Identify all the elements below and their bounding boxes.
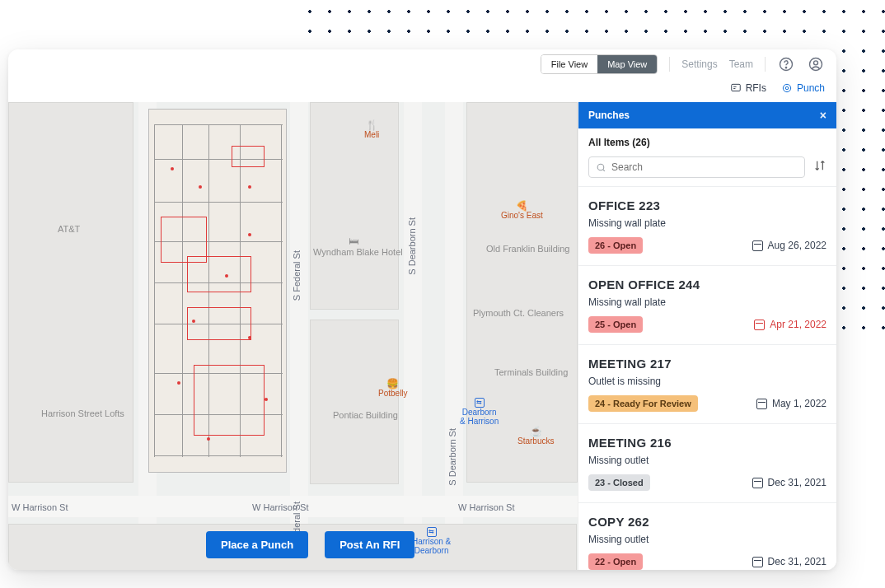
map-label-pontiac: Pontiac Building bbox=[333, 410, 398, 420]
punch-label: Punch bbox=[797, 82, 825, 94]
punch-title: MEETING 216 bbox=[588, 436, 826, 450]
map-label-terminals: Terminals Building bbox=[494, 367, 568, 377]
status-badge: 25 - Open bbox=[588, 316, 643, 333]
poi-label: Potbelly bbox=[378, 389, 408, 398]
close-icon[interactable]: × bbox=[820, 109, 826, 122]
help-icon[interactable] bbox=[777, 55, 795, 73]
map-label-plymouth: Plymouth Ct. Cleaners bbox=[473, 308, 564, 318]
punch-item[interactable]: OFFICE 223Missing wall plate26 - OpenAug… bbox=[578, 186, 836, 265]
street-label: W Harrison St bbox=[12, 502, 68, 512]
punch-title: COPY 262 bbox=[588, 515, 826, 529]
rfis-tab[interactable]: RFIs bbox=[730, 82, 766, 94]
file-view-tab[interactable]: File View bbox=[541, 55, 597, 73]
punches-panel: Punches × All Items (26) OFFICE 223Missi… bbox=[578, 102, 836, 570]
panel-header: Punches × bbox=[578, 102, 836, 128]
street-label: S Dearborn St bbox=[407, 217, 417, 275]
street-label: S Federal St bbox=[292, 250, 302, 301]
calendar-icon bbox=[752, 557, 763, 567]
status-badge: 24 - Ready For Review bbox=[588, 395, 698, 412]
poi-label: Meli bbox=[364, 130, 379, 139]
calendar-icon bbox=[754, 320, 765, 330]
calendar-icon bbox=[752, 478, 763, 488]
poi-potbelly: 🍔Potbelly bbox=[378, 379, 408, 398]
divider bbox=[669, 57, 670, 72]
poi-meli: 🍴Meli bbox=[364, 120, 379, 139]
poi-starbucks: ☕Starbucks bbox=[517, 427, 554, 446]
search-icon bbox=[596, 162, 606, 173]
punch-meta-row: 23 - ClosedDec 31, 2021 bbox=[588, 474, 826, 491]
map-block bbox=[310, 102, 399, 310]
transit-label: Harrison & Dearborn bbox=[412, 537, 451, 555]
punch-title: MEETING 217 bbox=[588, 357, 826, 371]
punch-title: OPEN OFFICE 244 bbox=[588, 278, 826, 292]
punch-tab[interactable]: Punch bbox=[781, 82, 825, 94]
status-badge: 26 - Open bbox=[588, 237, 643, 254]
top-toolbar: File View Map View Settings Team bbox=[8, 49, 836, 79]
map-label-att: AT&T bbox=[58, 224, 80, 234]
svg-point-7 bbox=[597, 164, 604, 170]
punch-desc: Missing wall plate bbox=[588, 296, 826, 308]
poi-ginos: 🍕Gino's East bbox=[501, 201, 543, 220]
view-toggle: File View Map View bbox=[541, 54, 658, 74]
svg-point-2 bbox=[810, 58, 822, 71]
svg-point-1 bbox=[785, 68, 786, 68]
map-canvas[interactable]: S Federal St S Federal St S Dearborn St … bbox=[8, 102, 578, 570]
app-window: File View Map View Settings Team RFIs Pu… bbox=[8, 49, 836, 570]
punch-title: OFFICE 223 bbox=[588, 198, 826, 212]
punch-date: Dec 31, 2021 bbox=[752, 477, 826, 488]
punch-item[interactable]: MEETING 216Missing outlet23 - ClosedDec … bbox=[578, 423, 836, 502]
punch-meta-row: 22 - OpenDec 31, 2021 bbox=[588, 553, 826, 570]
punch-meta-row: 26 - OpenAug 26, 2022 bbox=[588, 237, 826, 254]
punch-desc: Missing wall plate bbox=[588, 217, 826, 229]
transit-dearborn-harrison: ⇆ Dearborn & Harrison bbox=[460, 397, 499, 426]
post-rfi-button[interactable]: Post An RFI bbox=[325, 531, 414, 558]
status-badge: 22 - Open bbox=[588, 553, 643, 570]
svg-point-6 bbox=[785, 86, 789, 90]
settings-link[interactable]: Settings bbox=[681, 58, 717, 70]
poi-label: Starbucks bbox=[517, 436, 554, 446]
team-link[interactable]: Team bbox=[729, 58, 753, 70]
map-action-bar: Place a Punch Post An RFI bbox=[206, 531, 414, 558]
transit-harrison-dearborn: ⇆ Harrison & Dearborn bbox=[412, 526, 451, 555]
calendar-icon bbox=[756, 399, 767, 409]
search-field-wrap bbox=[588, 156, 805, 178]
status-badge: 23 - Closed bbox=[588, 474, 650, 491]
map-label-wyndham: 🛏 Wyndham Blake Hotel bbox=[313, 236, 394, 257]
map-view-tab[interactable]: Map View bbox=[597, 55, 657, 73]
map-block bbox=[310, 320, 399, 484]
punch-date: May 1, 2022 bbox=[756, 398, 826, 409]
punch-item[interactable]: MEETING 217Outlet is missing24 - Ready F… bbox=[578, 344, 836, 423]
search-input[interactable] bbox=[611, 161, 798, 173]
svg-point-3 bbox=[814, 61, 818, 65]
transit-label: Dearborn & Harrison bbox=[460, 408, 499, 426]
street-label: W Harrison St bbox=[252, 502, 308, 512]
punch-date: Aug 26, 2022 bbox=[752, 240, 826, 251]
sort-icon[interactable] bbox=[813, 159, 826, 175]
calendar-icon bbox=[752, 240, 763, 251]
panel-search-row bbox=[578, 148, 836, 186]
punch-item[interactable]: OPEN OFFICE 244Missing wall plate25 - Op… bbox=[578, 265, 836, 344]
punch-desc: Outlet is missing bbox=[588, 376, 826, 387]
map-label-old-franklin: Old Franklin Building bbox=[486, 244, 570, 254]
punch-desc: Missing outlet bbox=[588, 534, 826, 545]
punch-date: Apr 21, 2022 bbox=[754, 319, 826, 330]
panel-title: Punches bbox=[588, 110, 630, 121]
street-label: S Dearborn St bbox=[447, 428, 457, 486]
punch-date: Dec 31, 2021 bbox=[752, 556, 826, 567]
rfis-label: RFIs bbox=[746, 82, 766, 94]
user-icon[interactable] bbox=[807, 55, 825, 73]
punch-item[interactable]: COPY 262Missing outlet22 - OpenDec 31, 2… bbox=[578, 502, 836, 570]
map-block bbox=[8, 102, 133, 483]
place-punch-button[interactable]: Place a Punch bbox=[206, 531, 308, 558]
main-area: S Federal St S Federal St S Dearborn St … bbox=[8, 102, 836, 570]
floorplan-overlay bbox=[148, 109, 287, 473]
punch-desc: Missing outlet bbox=[588, 455, 826, 466]
punch-meta-row: 25 - OpenApr 21, 2022 bbox=[588, 316, 826, 333]
panel-subheader: All Items (26) bbox=[578, 128, 836, 148]
punch-list[interactable]: OFFICE 223Missing wall plate26 - OpenAug… bbox=[578, 186, 836, 570]
punch-meta-row: 24 - Ready For ReviewMay 1, 2022 bbox=[588, 395, 826, 412]
poi-label: Gino's East bbox=[501, 211, 543, 220]
divider bbox=[765, 57, 766, 72]
svg-point-5 bbox=[783, 84, 790, 91]
map-label-harrison-lofts: Harrison Street Lofts bbox=[41, 408, 124, 418]
